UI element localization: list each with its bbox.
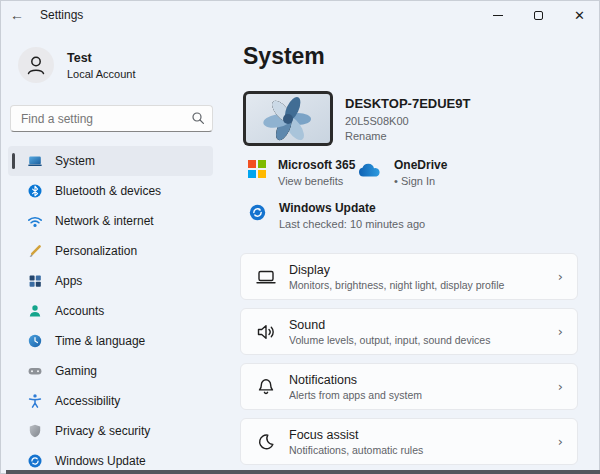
windows-update-subtitle: Last checked: 10 minutes ago [279, 218, 425, 230]
sidebar-nav: System Bluetooth & devices Network & int… [8, 146, 213, 474]
wifi-icon [27, 213, 43, 229]
notifications-card[interactable]: Notifications Alerts from apps and syste… [240, 363, 578, 410]
microsoft-logo-icon [248, 160, 266, 178]
sidebar-item-label: Apps [55, 274, 82, 288]
onedrive-subtitle: • Sign In [394, 175, 447, 187]
bottom-edge-strip [6, 470, 600, 474]
user-name: Test [67, 51, 136, 65]
page-title: System [243, 43, 325, 70]
maximize-icon [534, 11, 543, 20]
sidebar-item-label: Windows Update [55, 454, 146, 468]
sidebar-item-label: Accounts [55, 304, 104, 318]
sidebar-item-label: Accessibility [55, 394, 120, 408]
sidebar-item-personalization[interactable]: Personalization [8, 236, 213, 266]
back-arrow-icon: ← [10, 7, 24, 23]
sidebar-item-label: Privacy & security [55, 424, 150, 438]
windows-update-icon [27, 453, 43, 469]
display-icon [254, 265, 278, 289]
card-title: Notifications [289, 373, 558, 387]
search-input[interactable] [10, 105, 213, 132]
settings-card-list: Display Monitors, brightness, night ligh… [240, 253, 578, 465]
window-controls: ✕ [477, 0, 600, 30]
microsoft-365-title: Microsoft 365 [278, 158, 355, 172]
chevron-right-icon: › [558, 379, 563, 394]
maximize-button[interactable] [518, 0, 559, 30]
window-title: Settings [40, 8, 83, 22]
sidebar-item-label: Personalization [55, 244, 137, 258]
close-icon: ✕ [574, 9, 585, 22]
windows-update-link[interactable]: Windows Update Last checked: 10 minutes … [248, 201, 425, 230]
sidebar-item-label: Network & internet [55, 214, 154, 228]
bluetooth-icon [27, 183, 43, 199]
sidebar-item-label: Time & language [55, 334, 145, 348]
sidebar-item-gaming[interactable]: Gaming [8, 356, 213, 386]
gamepad-icon [27, 363, 43, 379]
avatar [18, 47, 54, 83]
onedrive-cloud-icon [356, 161, 382, 179]
card-subtitle: Monitors, brightness, night light, displ… [289, 279, 558, 291]
sidebar-item-accessibility[interactable]: Accessibility [8, 386, 213, 416]
rename-link[interactable]: Rename [345, 130, 470, 142]
clock-globe-icon [27, 333, 43, 349]
chevron-right-icon: › [558, 324, 563, 339]
paintbrush-icon [27, 243, 43, 259]
search-box [10, 105, 213, 132]
sound-speaker-icon [254, 320, 278, 344]
onedrive-link[interactable]: OneDrive • Sign In [356, 158, 447, 187]
sidebar-item-privacy-security[interactable]: Privacy & security [8, 416, 213, 446]
onedrive-title: OneDrive [394, 158, 447, 172]
accounts-person-icon [27, 303, 43, 319]
sidebar-item-network-internet[interactable]: Network & internet [8, 206, 213, 236]
windows-update-icon [248, 203, 267, 222]
bloom-wallpaper-image [246, 94, 330, 143]
chevron-right-icon: › [558, 269, 563, 284]
device-name: DESKTOP-7EDUE9T [345, 96, 470, 111]
card-subtitle: Volume levels, output, input, sound devi… [289, 334, 558, 346]
device-model: 20L5S08K00 [345, 115, 470, 127]
sidebar-item-label: System [55, 154, 95, 168]
titlebar: ← Settings ✕ [0, 0, 600, 30]
card-subtitle: Notifications, automatic rules [289, 444, 558, 456]
card-title: Display [289, 263, 558, 277]
microsoft-365-subtitle: View benefits [278, 175, 355, 187]
search-icon [191, 111, 205, 125]
apps-grid-icon [27, 273, 43, 289]
sidebar-item-accounts[interactable]: Accounts [8, 296, 213, 326]
shield-icon [27, 423, 43, 439]
person-icon [23, 52, 49, 78]
sidebar-item-time-language[interactable]: Time & language [8, 326, 213, 356]
sidebar-item-label: Gaming [55, 364, 97, 378]
back-button[interactable]: ← [0, 0, 34, 30]
focus-assist-card[interactable]: Focus assist Notifications, automatic ru… [240, 418, 578, 465]
sidebar-item-apps[interactable]: Apps [8, 266, 213, 296]
system-laptop-icon [27, 153, 43, 169]
microsoft-365-link[interactable]: Microsoft 365 View benefits [248, 158, 355, 187]
user-account-block[interactable]: Test Local Account [18, 47, 136, 83]
display-card[interactable]: Display Monitors, brightness, night ligh… [240, 253, 578, 300]
windows-update-title: Windows Update [279, 201, 425, 215]
accessibility-person-icon [27, 393, 43, 409]
card-title: Sound [289, 318, 558, 332]
close-button[interactable]: ✕ [559, 0, 600, 30]
user-account-type: Local Account [67, 68, 136, 80]
bell-icon [254, 375, 278, 399]
settings-window: ← Settings ✕ Test Local Account [0, 0, 600, 474]
sidebar-item-bluetooth-devices[interactable]: Bluetooth & devices [8, 176, 213, 206]
moon-icon [254, 430, 278, 454]
card-subtitle: Alerts from apps and system [289, 389, 558, 401]
sidebar-item-system[interactable]: System [8, 146, 213, 176]
sidebar-item-label: Bluetooth & devices [55, 184, 161, 198]
device-info: DESKTOP-7EDUE9T 20L5S08K00 Rename [345, 96, 470, 142]
minimize-button[interactable] [477, 0, 518, 30]
card-title: Focus assist [289, 428, 558, 442]
sound-card[interactable]: Sound Volume levels, output, input, soun… [240, 308, 578, 355]
device-thumbnail [243, 91, 333, 146]
minimize-icon [493, 15, 503, 16]
chevron-right-icon: › [558, 434, 563, 449]
